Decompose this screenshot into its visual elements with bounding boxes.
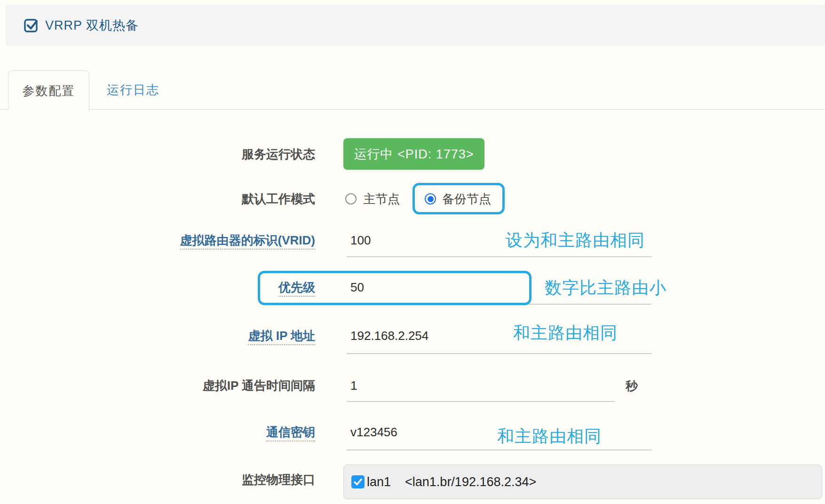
comm-key-label: 通信密钥: [0, 425, 315, 440]
tab-parameter-config[interactable]: 参数配置: [8, 71, 89, 110]
advert-interval-input[interactable]: 1: [350, 378, 357, 393]
service-status-label: 服务运行状态: [0, 147, 315, 162]
vrid-help-link[interactable]: 虚拟路由器的标识(VRID): [180, 233, 315, 250]
comm-key-underline: [347, 449, 651, 450]
iface-lan1-checkbox[interactable]: [351, 475, 365, 488]
advert-interval-underline: [347, 401, 615, 402]
comm-key-help-link[interactable]: 通信密钥: [266, 425, 315, 441]
radio-master-node-label[interactable]: 主节点: [363, 191, 400, 206]
tab-run-log[interactable]: 运行日志: [100, 71, 166, 110]
radio-backup-node-label[interactable]: 备份节点: [442, 191, 491, 206]
comm-key-input[interactable]: v123456: [350, 425, 397, 440]
page-title: VRRP 双机热备: [45, 17, 139, 34]
virtual-ip-annotation: 和主路由相同: [513, 322, 618, 345]
advert-interval-label: 虚拟IP 通告时间间隔: [0, 378, 315, 393]
vrid-input-underline: [347, 256, 651, 257]
priority-annotation: 数字比主路由小: [545, 276, 666, 299]
vrrp-enabled-checkbox-icon[interactable]: [24, 18, 39, 33]
radio-master-node[interactable]: [345, 193, 357, 205]
priority-input[interactable]: 50: [350, 280, 364, 295]
vrid-input[interactable]: 100: [350, 233, 371, 248]
vrrp-header: VRRP 双机热备: [6, 5, 825, 46]
monitor-iface-label: 监控物理接口: [0, 472, 315, 487]
priority-help-link[interactable]: 优先级: [278, 280, 315, 297]
vrid-annotation: 设为和主路由相同: [506, 229, 645, 252]
monitor-iface-option-row: lan1 <lan1.br/192.168.2.34>: [343, 465, 822, 499]
iface-lan1-name[interactable]: lan1: [367, 475, 391, 489]
radio-backup-node[interactable]: [425, 193, 436, 205]
service-status-badge[interactable]: 运行中 <PID: 1773>: [343, 138, 484, 170]
priority-input-underline: [347, 304, 651, 305]
vrrp-settings-page: VRRP 双机热备 参数配置 运行日志 服务运行状态 运行中 <PID: 177…: [0, 0, 825, 504]
work-mode-label: 默认工作模式: [0, 191, 315, 206]
priority-label: 优先级: [0, 280, 315, 295]
virtual-ip-help-link[interactable]: 虚拟 IP 地址: [248, 329, 315, 345]
advert-interval-unit: 秒: [626, 378, 638, 394]
iface-lan1-detail: <lan1.br/192.168.2.34>: [405, 475, 536, 489]
virtual-ip-label: 虚拟 IP 地址: [0, 328, 315, 343]
virtual-ip-input-underline: [347, 353, 651, 354]
virtual-ip-input[interactable]: 192.168.2.254: [350, 328, 428, 343]
vrid-label: 虚拟路由器的标识(VRID): [0, 233, 315, 248]
comm-key-annotation: 和主路由相同: [497, 425, 602, 448]
